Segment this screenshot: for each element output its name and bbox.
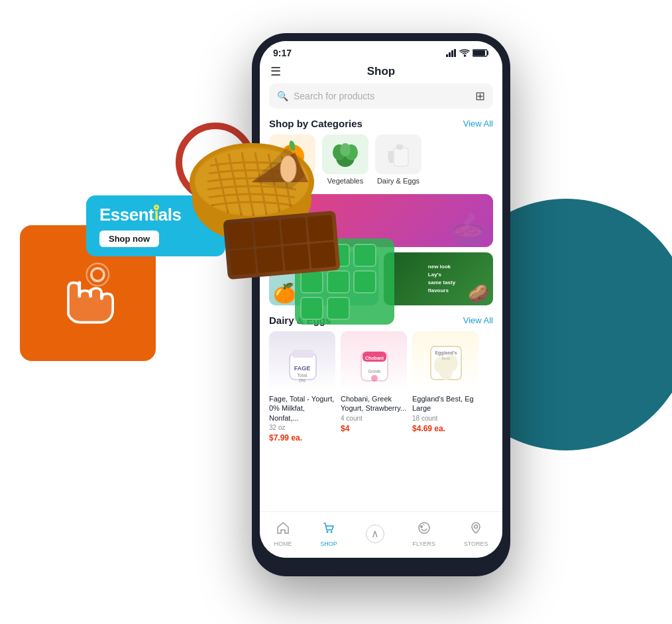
svg-rect-16 xyxy=(446,54,448,57)
status-icons xyxy=(446,49,489,57)
app-title: Shop xyxy=(367,65,396,78)
essentials-accent: i̊ xyxy=(154,205,158,225)
choco-seg-4 xyxy=(307,215,333,242)
dairy-view-all[interactable]: View All xyxy=(463,315,493,325)
svg-rect-17 xyxy=(449,52,451,57)
svg-text:Chobani: Chobani xyxy=(365,356,384,360)
svg-text:Total: Total xyxy=(297,373,307,378)
search-placeholder: Search for products xyxy=(294,91,470,101)
product-card-fage[interactable]: FAGE Total 0% Fage, Total - Yogurt, 0% M… xyxy=(269,331,335,442)
svg-point-51 xyxy=(475,525,478,528)
egglands-product-size: 18 count xyxy=(412,415,478,422)
category-vegetables-image xyxy=(322,134,368,174)
chobani-product-image: Chobani Greek xyxy=(341,331,407,391)
choco-seg-3 xyxy=(280,217,307,244)
svg-text:Greek: Greek xyxy=(368,369,381,374)
svg-point-47 xyxy=(327,531,329,533)
shop-now-button[interactable]: Shop now xyxy=(99,231,159,247)
cube-3 xyxy=(353,244,376,267)
app-header: ☰ Shop xyxy=(260,61,502,83)
flyers-nav-label: FLYERS xyxy=(413,541,435,547)
svg-rect-29 xyxy=(394,148,408,166)
chobani-product-price: $4 xyxy=(341,424,407,433)
fage-product-image: FAGE Total 0% xyxy=(269,331,335,391)
cube-5 xyxy=(327,270,350,293)
cube-4 xyxy=(300,270,323,293)
svg-point-50 xyxy=(420,525,423,528)
oj-orange-icon: 🍊 xyxy=(273,282,296,304)
cube-8 xyxy=(327,297,350,320)
shop-nav-icon xyxy=(321,521,336,539)
svg-point-44 xyxy=(439,363,453,380)
nav-item-home[interactable]: HOME xyxy=(274,521,292,547)
stores-nav-icon xyxy=(469,521,483,539)
search-icon: 🔍 xyxy=(277,91,288,101)
home-nav-icon xyxy=(276,521,290,539)
svg-point-3 xyxy=(91,268,103,281)
fage-product-price: $7.99 ea. xyxy=(269,433,335,442)
dairy-products-row: FAGE Total 0% Fage, Total - Yogurt, 0% M… xyxy=(260,331,502,446)
chocolate-bar-image xyxy=(223,211,340,280)
svg-rect-18 xyxy=(451,50,453,57)
nav-item-shop[interactable]: SHOP xyxy=(320,521,337,547)
svg-point-4 xyxy=(86,263,109,286)
choco-seg-7 xyxy=(283,244,309,271)
product-card-chobani[interactable]: Chobani Greek Chobani, Greek Yogurt, Str… xyxy=(341,331,407,442)
categories-view-all[interactable]: View All xyxy=(463,119,493,129)
shop-nav-label: SHOP xyxy=(320,541,337,547)
category-dairy-image xyxy=(375,134,421,174)
category-item-dairy[interactable]: Dairy & Eggs xyxy=(375,134,421,185)
svg-rect-32 xyxy=(292,350,313,358)
svg-point-40 xyxy=(371,375,378,382)
lays-chips-icon: 🥔 xyxy=(468,284,489,304)
bottom-navigation: HOME SHOP ∧ xyxy=(260,511,502,558)
fage-product-size: 32 oz xyxy=(269,424,335,431)
nav-item-scroll-up[interactable]: ∧ xyxy=(366,525,384,543)
svg-point-49 xyxy=(419,523,429,533)
choco-seg-8 xyxy=(309,242,336,269)
lays-banner[interactable]: new lookLay'ssame tastyflavours 🥔 xyxy=(384,252,493,305)
chocolate-segments xyxy=(223,211,340,280)
signal-icon xyxy=(446,49,457,57)
egglands-product-price: $4.69 ea. xyxy=(412,424,478,433)
scroll-up-icon: ∧ xyxy=(366,525,384,543)
status-time: 9:17 xyxy=(273,48,292,58)
fage-product-name: Fage, Total - Yogurt, 0% Milkfat, Nonfat… xyxy=(269,394,335,423)
svg-rect-19 xyxy=(454,49,456,57)
lays-banner-text: new lookLay'ssame tastyflavours xyxy=(428,263,455,295)
choco-seg-5 xyxy=(229,248,256,276)
cube-6 xyxy=(353,270,376,293)
egglands-product-name: Eggland's Best, Eg Large xyxy=(412,394,478,413)
product-card-egglands[interactable]: Eggland's Best Eggland's Best, Eg Large … xyxy=(412,331,478,442)
egglands-product-image: Eggland's Best xyxy=(412,331,478,391)
category-item-vegetables[interactable]: Vegetables xyxy=(322,134,368,185)
svg-point-15 xyxy=(280,156,296,182)
nav-item-stores[interactable]: STORES xyxy=(464,521,488,547)
choco-seg-6 xyxy=(256,246,283,274)
svg-point-28 xyxy=(340,143,351,156)
flyers-nav-icon xyxy=(417,521,431,539)
svg-point-20 xyxy=(464,55,465,56)
battery-icon xyxy=(473,49,489,57)
chobani-product-size: 4 count xyxy=(341,415,407,422)
search-bar[interactable]: 🔍 Search for products ⊞ xyxy=(269,83,493,109)
svg-text:0%: 0% xyxy=(298,378,305,383)
category-vegetables-label: Vegetables xyxy=(327,177,363,185)
status-bar: 9:17 xyxy=(260,41,502,61)
stores-nav-label: STORES xyxy=(464,541,488,547)
svg-text:Best: Best xyxy=(441,356,449,360)
cube-7 xyxy=(300,297,323,320)
home-nav-label: HOME xyxy=(274,541,292,547)
svg-rect-30 xyxy=(396,144,403,150)
hamburger-menu-icon[interactable]: ☰ xyxy=(270,64,281,79)
svg-point-48 xyxy=(331,531,333,533)
barcode-scanner-icon[interactable]: ⊞ xyxy=(475,89,485,103)
wifi-icon xyxy=(459,49,470,57)
nav-item-flyers[interactable]: FLYERS xyxy=(413,521,435,547)
svg-text:Eggland's: Eggland's xyxy=(435,350,457,356)
svg-rect-22 xyxy=(473,50,485,56)
hand-touch-icon xyxy=(48,252,128,335)
chobani-product-name: Chobani, Greek Yogurt, Strawberry... xyxy=(341,394,407,413)
svg-text:FAGE: FAGE xyxy=(294,365,310,372)
choco-seg-1 xyxy=(227,222,254,249)
